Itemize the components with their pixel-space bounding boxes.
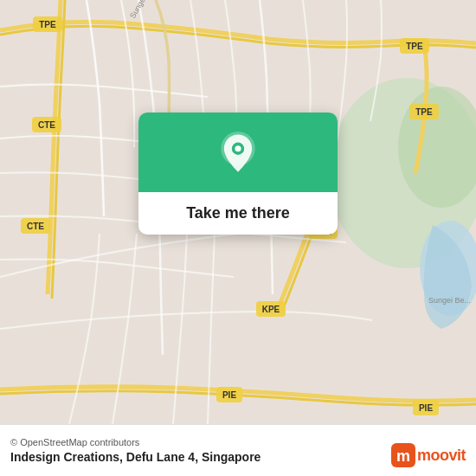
location-pin-icon (215, 132, 261, 177)
map-container: TPE TPE TPE CTE CTE KPE KPE PIE PIE Sung… (0, 0, 476, 424)
svg-text:Sungei Be...: Sungei Be... (428, 296, 471, 305)
svg-point-26 (235, 145, 241, 151)
svg-text:m: m (396, 447, 410, 465)
card-bottom: Take me there (138, 192, 338, 235)
svg-text:CTE: CTE (27, 222, 44, 231)
svg-text:KPE: KPE (262, 305, 280, 314)
svg-text:TPE: TPE (39, 20, 56, 29)
bottom-bar: © OpenStreetMap contributors Indesign Cr… (0, 424, 476, 476)
moovit-m-icon: m (391, 443, 415, 467)
action-card: Take me there (138, 113, 338, 235)
svg-text:TPE: TPE (415, 107, 433, 117)
card-top (138, 113, 338, 192)
moovit-text: moovit (417, 447, 466, 465)
svg-text:PIE: PIE (222, 390, 236, 400)
svg-text:TPE: TPE (406, 42, 423, 51)
moovit-logo: m moovit (391, 443, 466, 467)
take-me-there-button[interactable]: Take me there (156, 204, 320, 222)
svg-text:CTE: CTE (38, 120, 55, 130)
svg-text:PIE: PIE (419, 403, 433, 413)
